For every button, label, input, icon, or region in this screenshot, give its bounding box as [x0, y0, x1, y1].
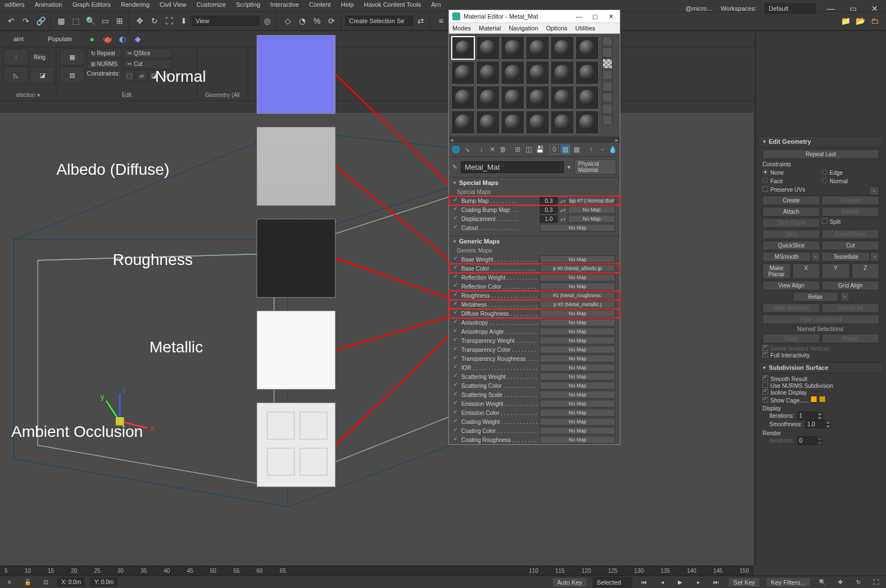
material-slot[interactable] [526, 110, 549, 134]
face-mode-icon[interactable]: ◪ [30, 67, 55, 83]
attach-button[interactable]: Attach [762, 207, 820, 216]
named-selection-dropdown[interactable]: Create Selection Se [345, 16, 413, 26]
map-enable-checkbox[interactable] [453, 302, 459, 307]
detach-button[interactable]: Detach [822, 207, 879, 216]
constraint-edge-radio[interactable]: Edge [822, 169, 879, 176]
substance-icon[interactable]: ◆ [131, 32, 144, 46]
ref-coord-dropdown[interactable]: View [192, 16, 259, 26]
percent-snap-icon[interactable]: % [310, 14, 324, 28]
render-iterations-spinner[interactable]: ▴▾ [797, 436, 823, 445]
msmooth-button[interactable]: MSmooth [762, 252, 811, 262]
spinner-icon[interactable]: ▴▾ [560, 198, 566, 204]
select-by-mat-icon[interactable] [602, 115, 612, 125]
material-slot[interactable] [550, 36, 574, 60]
planar-x[interactable]: X [792, 263, 821, 279]
reset-icon[interactable]: ✕ [488, 144, 497, 154]
map-slot-button[interactable]: No Map [540, 310, 615, 317]
pivot-icon[interactable]: ◎ [261, 14, 274, 28]
constraint-edge-icon[interactable]: ▱ [136, 70, 147, 81]
map-slot-button[interactable]: No Map [540, 282, 615, 290]
map-enable-checkbox[interactable] [453, 225, 459, 231]
map-enable-checkbox[interactable] [453, 356, 459, 361]
mat-min-icon[interactable]: — [574, 13, 585, 20]
viewport[interactable]: x y z [0, 113, 753, 565]
material-slot[interactable] [476, 36, 500, 60]
relax-settings[interactable]: ▫ [840, 292, 849, 302]
key-filters-button[interactable]: Key Filters... [766, 577, 810, 587]
map-slot-button[interactable]: No Map [540, 373, 615, 381]
map-slot-button[interactable]: No Map [540, 391, 615, 399]
pan-icon[interactable]: ✥ [834, 576, 847, 589]
map-slot-button[interactable]: No Map [540, 409, 615, 417]
mat-close-icon[interactable]: ✕ [605, 13, 616, 20]
nurms-button[interactable]: ⊞ NURMS [87, 59, 121, 69]
teapot-icon[interactable]: 🫖 [100, 32, 114, 46]
orbit-icon[interactable]: ↻ [852, 576, 865, 589]
map-enable-checkbox[interactable] [453, 266, 459, 271]
map-slot-button[interactable]: No Map [568, 206, 615, 214]
hide-selected-button[interactable]: Hide Selected [762, 303, 820, 313]
options-icon[interactable] [602, 104, 612, 114]
cage-color2[interactable] [819, 396, 826, 403]
select-icon[interactable]: ▦ [54, 14, 68, 28]
mat-menu-navigation[interactable]: Navigation [509, 25, 538, 32]
repeat-button[interactable]: ↻ Repeat [87, 48, 121, 58]
render-icon[interactable]: ● [85, 32, 99, 46]
backlight-icon[interactable] [602, 47, 612, 58]
get-material-icon[interactable]: 🌐 [451, 144, 460, 154]
map-enable-checkbox[interactable] [453, 329, 459, 334]
menu-arnold[interactable]: Arn [431, 1, 441, 10]
isolate-icon[interactable]: ⊡ [39, 576, 52, 589]
pick-icon[interactable]: 💧 [609, 144, 618, 154]
split-check[interactable]: Split [830, 219, 840, 225]
particle-icon[interactable]: ◐ [116, 32, 129, 46]
align-icon[interactable]: ≡ [434, 14, 448, 28]
menu-customize[interactable]: Customize [197, 1, 226, 10]
map-slot-button[interactable]: No Map [540, 364, 615, 372]
edge-mode-icon[interactable]: ◺ [3, 67, 28, 83]
material-slot[interactable] [526, 86, 549, 109]
iterations-spinner[interactable]: ▴▾ [797, 412, 823, 420]
tessellate-settings[interactable]: ▫ [870, 252, 879, 262]
place-icon[interactable]: ⬇ [177, 14, 191, 28]
material-slot[interactable] [501, 110, 524, 134]
make-unique-icon[interactable]: ◫ [524, 144, 534, 154]
map-slot-button[interactable]: No Map [540, 273, 615, 281]
show-cage-checkbox[interactable]: Show Cage...... [762, 397, 809, 404]
go-parent-icon[interactable]: ↑ [587, 144, 596, 154]
map-slot-button[interactable]: #1 (Metal_roughness. [540, 291, 615, 299]
copy-button[interactable]: Copy [762, 334, 820, 343]
material-slot[interactable] [575, 86, 599, 109]
map-slot-button[interactable]: No Map [540, 427, 615, 435]
goto-start-icon[interactable]: ⏮ [638, 576, 650, 589]
map-enable-checkbox[interactable] [453, 338, 459, 343]
dropper-icon[interactable]: ✎ [452, 163, 457, 171]
planar-z[interactable]: Z [852, 263, 880, 279]
map-enable-checkbox[interactable] [453, 365, 459, 370]
material-slot[interactable] [476, 86, 500, 109]
use-nurms-checkbox[interactable]: Use NURMS Subdivision [762, 383, 833, 389]
time-slider[interactable]: 51015 202530 354045 505560 65 110115120 … [0, 565, 753, 576]
unhide-all-button[interactable]: Unhide All [822, 303, 879, 313]
paintconnect-icon[interactable]: ▧ [60, 67, 85, 83]
generic-maps-rollout[interactable]: Generic Maps [449, 236, 620, 246]
background-icon[interactable] [602, 59, 612, 69]
mat-menu-utilities[interactable]: Utilities [575, 25, 595, 32]
edit-geometry-rollout[interactable]: Edit Geometry [758, 136, 884, 147]
menu-rendering[interactable]: Rendering [121, 1, 149, 10]
map-slot-button[interactable]: No Map [540, 346, 615, 353]
map-enable-checkbox[interactable] [453, 198, 459, 204]
close-icon[interactable]: ✕ [868, 3, 881, 14]
move-icon[interactable]: ✥ [133, 14, 147, 28]
map-enable-checkbox[interactable] [453, 257, 459, 262]
material-slot[interactable] [526, 61, 549, 85]
map-enable-checkbox[interactable] [453, 419, 459, 425]
angle-snap-icon[interactable]: ◔ [296, 14, 309, 28]
relax-button[interactable]: Relax [793, 292, 838, 302]
cut-button2[interactable]: Cut [822, 241, 879, 250]
material-slot[interactable] [451, 86, 475, 109]
map-enable-checkbox[interactable] [453, 401, 459, 406]
map-enable-checkbox[interactable] [453, 207, 459, 213]
map-slot-button[interactable]: No Map [540, 328, 615, 335]
coord-y[interactable]: Y: 0.0m [90, 578, 117, 586]
